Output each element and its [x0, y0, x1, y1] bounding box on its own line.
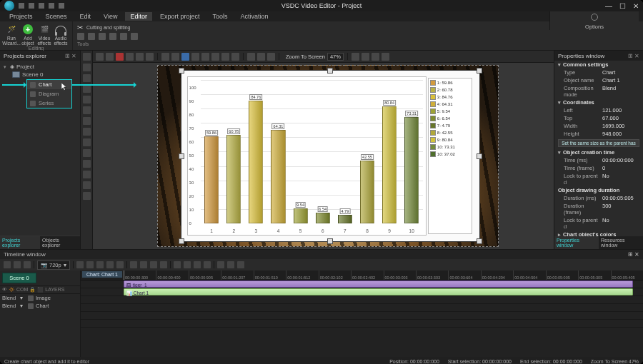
tool-button[interactable]	[211, 53, 219, 61]
menu-export-project[interactable]: Export project	[155, 12, 205, 21]
play-end-button[interactable]	[116, 261, 124, 268]
play-button[interactable]	[96, 261, 104, 268]
tool-button[interactable]	[120, 33, 127, 40]
tool-button[interactable]	[171, 53, 179, 61]
object-tool-button[interactable]	[83, 85, 91, 93]
object-tool-button[interactable]	[83, 117, 91, 125]
tool-button[interactable]	[181, 53, 189, 61]
submenu-chart[interactable]: Chart	[27, 80, 71, 89]
resize-handle[interactable]	[477, 68, 482, 74]
tool-button[interactable]	[191, 53, 199, 61]
object-tool-button[interactable]	[83, 128, 91, 136]
tool-button[interactable]	[106, 53, 114, 61]
tool-button[interactable]	[161, 53, 169, 61]
menu-tools[interactable]: Tools	[207, 12, 232, 21]
video-effects-button[interactable]: 🎬 Video effects	[37, 24, 51, 46]
tool-button[interactable]	[160, 261, 167, 268]
submenu-series[interactable]: Series	[27, 98, 71, 108]
tool-button[interactable]	[204, 261, 211, 268]
tool-button[interactable]	[146, 53, 154, 61]
zoom-value[interactable]: 47%	[327, 53, 344, 61]
tree-node-project[interactable]: ▾◈Project	[4, 63, 76, 71]
playhead[interactable]	[124, 271, 124, 280]
tool-button[interactable]	[77, 33, 84, 40]
tool-button[interactable]	[131, 33, 138, 40]
scene-tab[interactable]: Scene 0	[2, 273, 36, 283]
tool-button[interactable]	[194, 261, 201, 268]
object-tool-button[interactable]	[83, 192, 91, 200]
tool-button[interactable]	[201, 53, 209, 61]
panel-close-icon[interactable]: ⊞ ✕	[628, 53, 639, 59]
close-button[interactable]: ✕	[633, 2, 639, 10]
object-tool-button[interactable]	[83, 74, 91, 82]
tool-button[interactable]	[140, 261, 147, 268]
tool-button[interactable]	[174, 261, 181, 268]
delete-button[interactable]	[116, 53, 124, 61]
tool-button[interactable]	[4, 261, 11, 268]
tool-button[interactable]	[247, 53, 255, 61]
resize-handle[interactable]	[477, 238, 482, 244]
object-tool-button[interactable]	[83, 64, 91, 71]
object-tool-button[interactable]	[83, 106, 91, 114]
tab-resources[interactable]: Resources window	[599, 236, 643, 249]
resolution-select[interactable]: 📷 720p ▾	[37, 261, 70, 270]
tool-button[interactable]	[130, 261, 137, 268]
tool-button[interactable]	[109, 33, 116, 40]
menu-scenes[interactable]: Scenes	[41, 12, 72, 21]
timeline-object-tab[interactable]: Chart: Chart 1	[82, 271, 122, 278]
tool-button[interactable]	[150, 261, 157, 268]
run-wizard-button[interactable]: 🪄 Run Wizard...	[4, 24, 19, 46]
tool-button[interactable]	[362, 53, 369, 61]
tab-properties[interactable]: Properties window	[554, 236, 599, 249]
timeline-layer-row[interactable]: Blend▾Image	[0, 294, 80, 302]
play-start-button[interactable]	[76, 261, 84, 268]
submenu-diagram[interactable]: Diagram	[27, 89, 71, 98]
resize-handle[interactable]	[477, 153, 482, 159]
tool-button[interactable]	[231, 53, 239, 61]
audio-effects-button[interactable]: Audio effects	[54, 24, 68, 46]
tool-button[interactable]	[221, 53, 229, 61]
tab-projects-explorer[interactable]: Projects explorer	[0, 236, 40, 249]
tool-button[interactable]	[184, 261, 191, 268]
panel-close-icon[interactable]: ⊞ ✕	[628, 251, 639, 258]
object-tool-button[interactable]	[83, 96, 91, 103]
tool-button[interactable]	[217, 261, 224, 268]
canvas[interactable]: 59.8660.7884.7664.319.546.544.7942.5580.…	[93, 63, 554, 249]
tool-button[interactable]	[352, 53, 359, 61]
resize-handle[interactable]	[179, 238, 184, 244]
add-object-button[interactable]: + Add object	[21, 24, 35, 46]
tool-button[interactable]	[88, 33, 95, 40]
object-tool-button[interactable]	[83, 138, 91, 146]
object-tool-button[interactable]	[83, 53, 91, 61]
object-tool-button[interactable]	[83, 171, 91, 178]
menu-activation[interactable]: Activation	[235, 12, 273, 21]
timeline-layer-row[interactable]: Blend▾Chart	[0, 302, 80, 310]
menu-editor[interactable]: Editor	[125, 12, 152, 21]
tool-button[interactable]	[99, 33, 106, 40]
tool-button[interactable]	[136, 53, 144, 61]
resize-handle[interactable]	[327, 68, 333, 74]
resize-handle[interactable]	[327, 238, 333, 244]
tool-button[interactable]	[227, 261, 234, 268]
object-tool-button[interactable]	[83, 149, 91, 157]
timeline-clip[interactable]: 📊 Chart 1	[124, 288, 633, 295]
menu-projects[interactable]: Projects	[4, 12, 38, 21]
tool-button[interactable]	[372, 53, 379, 61]
panel-close-icon[interactable]: ⊞ ✕	[65, 53, 76, 59]
chart-object[interactable]: 59.8660.7884.7664.319.546.544.7942.5580.…	[181, 70, 480, 242]
prev-frame-button[interactable]	[86, 261, 94, 268]
menu-edit[interactable]: Edit	[75, 12, 96, 21]
minimize-button[interactable]: —	[605, 2, 612, 10]
tool-button[interactable]	[257, 53, 265, 61]
menu-view[interactable]: View	[99, 12, 122, 21]
tool-button[interactable]	[382, 53, 389, 61]
tool-button[interactable]	[237, 261, 244, 268]
tool-button[interactable]	[96, 53, 104, 61]
tool-button[interactable]	[267, 53, 275, 61]
tool-button[interactable]	[14, 261, 21, 268]
maximize-button[interactable]: ☐	[619, 2, 626, 10]
tool-button[interactable]	[126, 53, 134, 61]
object-tool-button[interactable]	[83, 181, 91, 189]
tab-objects-explorer[interactable]: Objects explorer	[40, 236, 80, 249]
resize-handle[interactable]	[179, 153, 184, 159]
